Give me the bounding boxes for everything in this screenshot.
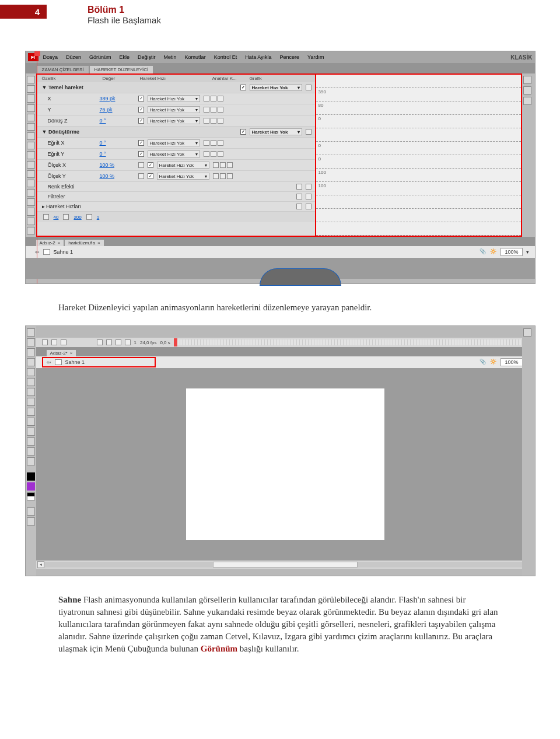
ease-dropdown[interactable]: Hareket Hızı Yok▾ bbox=[250, 128, 302, 135]
row-filters[interactable]: Filtreler bbox=[37, 192, 315, 202]
edit-symbol-icon[interactable]: 🔆 bbox=[490, 248, 497, 255]
graph-row[interactable] bbox=[316, 222, 521, 236]
eyedropper-tool-icon[interactable] bbox=[27, 428, 35, 436]
graph-row[interactable] bbox=[316, 75, 521, 88]
ease-dropdown[interactable]: Hareket Hızı Yok▾ bbox=[148, 95, 200, 102]
horizontal-scrollbar[interactable]: ◂ ▸ bbox=[36, 561, 535, 569]
tab-timeline[interactable]: ZAMAN ÇİZELGESİ bbox=[37, 66, 89, 73]
rectangle-tool-icon[interactable] bbox=[27, 368, 35, 376]
menu-insert[interactable]: Ekle bbox=[116, 53, 134, 61]
graph-size-icon[interactable] bbox=[43, 214, 49, 220]
pen-tool-icon[interactable] bbox=[27, 114, 35, 121]
eraser-tool-icon[interactable] bbox=[27, 208, 35, 215]
doc-tab-file[interactable]: harkdüzm.fla× bbox=[65, 240, 103, 246]
checkbox-icon[interactable]: ✓ bbox=[138, 151, 144, 157]
graph-row-skewy[interactable]: 0 bbox=[316, 155, 521, 169]
scrollbar-thumb[interactable] bbox=[213, 562, 358, 568]
ease-dropdown[interactable]: Hareket Hızı Yok▾ bbox=[157, 173, 209, 180]
prev-key-icon[interactable] bbox=[204, 118, 209, 124]
graph-size-value[interactable]: 40 bbox=[54, 215, 59, 220]
swap-colors-icon[interactable] bbox=[27, 492, 35, 500]
link-icon[interactable] bbox=[138, 173, 144, 179]
tab-motion-editor[interactable]: HAREKET DÜZENLEYİCİ bbox=[90, 66, 153, 73]
edit-scene-icon[interactable]: 📎 bbox=[480, 359, 487, 366]
playhead-icon[interactable] bbox=[174, 338, 177, 346]
plus-icon[interactable] bbox=[306, 184, 312, 190]
hand-tool-icon[interactable] bbox=[27, 218, 35, 225]
next-key-icon[interactable] bbox=[227, 173, 233, 179]
graph-row-x[interactable]: 390 bbox=[316, 88, 521, 101]
color-panel-icon[interactable] bbox=[523, 97, 531, 105]
row-color-effect[interactable]: Renk Efekti bbox=[37, 182, 315, 192]
scene-name[interactable]: Sahne 1 bbox=[65, 359, 85, 365]
graph-row-skewx[interactable]: 0 bbox=[316, 142, 521, 155]
add-key-icon[interactable] bbox=[211, 151, 216, 157]
add-key-icon[interactable] bbox=[211, 96, 216, 101]
checkbox-icon[interactable]: ✓ bbox=[138, 118, 144, 124]
edit-multiple-icon[interactable] bbox=[116, 339, 121, 345]
zoom-level[interactable]: 100% bbox=[501, 248, 522, 256]
ease-dropdown[interactable]: Hareket Hızı Yok▾ bbox=[148, 106, 200, 113]
graph-row-rotz[interactable]: 0 bbox=[316, 115, 521, 128]
menu-control[interactable]: Kontrol Et bbox=[211, 53, 241, 61]
edit-scene-icon[interactable]: 📎 bbox=[480, 248, 487, 255]
checkbox-icon[interactable]: ✓ bbox=[138, 107, 144, 113]
line-tool-icon[interactable] bbox=[27, 132, 35, 140]
plus-icon[interactable] bbox=[306, 204, 312, 209]
value-scaley[interactable]: 100 % bbox=[100, 173, 135, 179]
menu-view[interactable]: Görünüm bbox=[86, 53, 115, 61]
edit-symbol-icon[interactable]: 🔆 bbox=[490, 359, 497, 366]
row-eases[interactable]: ▸ Hareket Hızları bbox=[37, 202, 315, 212]
subselection-tool-icon[interactable] bbox=[27, 85, 35, 93]
link-icon[interactable] bbox=[138, 162, 144, 168]
onion-skin-icon[interactable] bbox=[97, 339, 103, 345]
menu-file[interactable]: Dosya bbox=[40, 53, 62, 61]
workspace-selector[interactable]: KLASİK bbox=[510, 54, 532, 61]
pen-tool-icon[interactable] bbox=[27, 338, 35, 346]
checkbox-icon[interactable]: ✓ bbox=[148, 173, 153, 179]
hand-tool-icon[interactable] bbox=[27, 447, 35, 456]
line-tool-icon[interactable] bbox=[27, 358, 35, 366]
add-key-icon[interactable] bbox=[211, 140, 216, 146]
eyedropper-tool-icon[interactable] bbox=[27, 198, 35, 206]
zoom-dropdown-arrow-icon[interactable]: ▾ bbox=[526, 249, 529, 255]
ease-dropdown[interactable]: Hareket Hızı Yok▾ bbox=[148, 150, 200, 157]
next-key-icon[interactable] bbox=[227, 162, 233, 168]
menu-commands[interactable]: Komutlar bbox=[181, 53, 209, 61]
reset-icon[interactable] bbox=[306, 85, 312, 90]
graph-row[interactable] bbox=[316, 128, 521, 142]
zoom-tool-icon[interactable] bbox=[27, 227, 35, 234]
ease-dropdown[interactable]: Hareket Hızı Yok▾ bbox=[148, 139, 200, 146]
stage-canvas[interactable] bbox=[186, 388, 384, 540]
viewable-frames-value[interactable]: 1 bbox=[97, 215, 99, 220]
ease-dropdown[interactable]: Hareket Hızı Yok▾ bbox=[250, 84, 302, 91]
prev-key-icon[interactable] bbox=[213, 162, 219, 168]
close-icon[interactable]: × bbox=[58, 240, 61, 246]
prev-key-icon[interactable] bbox=[204, 140, 209, 146]
minus-icon[interactable] bbox=[296, 194, 302, 199]
properties-panel-icon[interactable] bbox=[523, 76, 531, 84]
text-tool-icon[interactable] bbox=[27, 348, 35, 356]
reset-icon[interactable] bbox=[306, 129, 312, 135]
fill-color-swatch[interactable] bbox=[27, 482, 35, 491]
brush-tool-icon[interactable] bbox=[27, 388, 35, 396]
timeline-ruler[interactable] bbox=[174, 339, 529, 345]
doc-tab-untitled[interactable]: Adsız-2*× bbox=[47, 350, 76, 356]
graph-row-scalex[interactable]: 100 bbox=[316, 169, 521, 182]
lasso-tool-icon[interactable] bbox=[27, 104, 35, 112]
graph-row-y[interactable]: 80 bbox=[316, 101, 521, 115]
deco-tool-icon[interactable] bbox=[27, 170, 35, 178]
next-key-icon[interactable] bbox=[218, 151, 223, 157]
align-panel-icon[interactable] bbox=[523, 328, 531, 337]
expanded-size-value[interactable]: 200 bbox=[74, 215, 81, 220]
playhead-icon[interactable] bbox=[34, 51, 37, 283]
checkbox-icon[interactable]: ✓ bbox=[240, 129, 246, 135]
ease-dropdown[interactable]: Hareket Hızı Yok▾ bbox=[148, 117, 200, 124]
checkbox-icon[interactable]: ✓ bbox=[138, 140, 144, 146]
scrollbar-track[interactable] bbox=[44, 562, 527, 568]
value-scalex[interactable]: 100 % bbox=[100, 162, 135, 168]
checkbox-icon[interactable]: ✓ bbox=[148, 162, 153, 168]
prev-key-icon[interactable] bbox=[213, 173, 219, 179]
brush-tool-icon[interactable] bbox=[27, 161, 35, 169]
option-tool-icon[interactable] bbox=[27, 517, 35, 526]
